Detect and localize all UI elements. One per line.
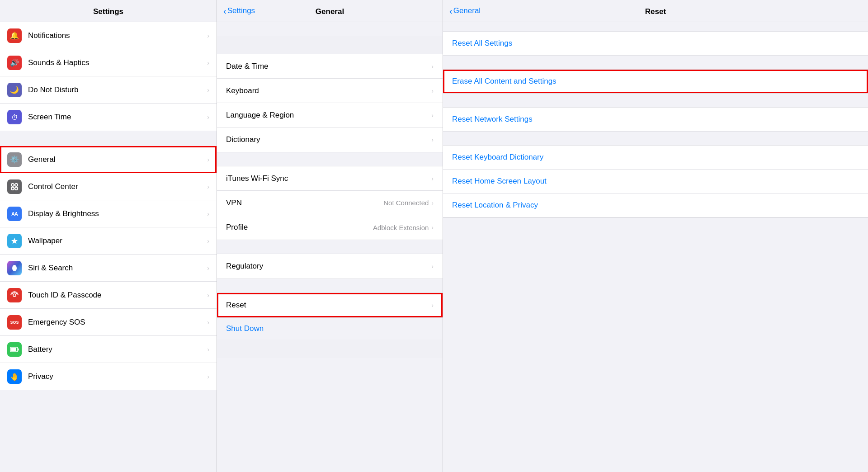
general-item-regulatory[interactable]: Regulatory › [217, 254, 443, 278]
reset-network-settings-item[interactable]: Reset Network Settings [443, 108, 868, 131]
display-icon: AA [7, 207, 22, 221]
itunes-sync-label: iTunes Wi-Fi Sync [226, 174, 431, 183]
general-group-2: iTunes Wi-Fi Sync › VPN Not Connected › … [217, 166, 443, 240]
profile-label: Profile [226, 223, 373, 232]
control-center-label: Control Center [28, 182, 207, 191]
settings-group-2: ⚙️ General › Control Center › [0, 146, 217, 390]
privacy-icon: 🤚 [7, 369, 22, 384]
bottom-spacer [217, 340, 443, 358]
back-chevron-icon-2: ‹ [449, 6, 453, 15]
reset-all-settings-label: Reset All Settings [452, 39, 859, 48]
general-item-keyboard[interactable]: Keyboard › [217, 79, 443, 103]
emergency-sos-icon: SOS [7, 315, 22, 330]
reset-keyboard-dictionary-item[interactable]: Reset Keyboard Dictionary [443, 146, 868, 170]
settings-item-wallpaper[interactable]: Wallpaper › [0, 227, 217, 255]
sounds-chevron: › [207, 59, 209, 66]
reset-group-1: Reset All Settings [443, 31, 868, 56]
settings-item-battery[interactable]: Battery › [0, 336, 217, 363]
svg-rect-8 [11, 348, 16, 351]
reset-group-2: Erase All Content and Settings [443, 69, 868, 94]
general-item-language-region[interactable]: Language & Region › [217, 103, 443, 127]
vpn-value: Not Connected [383, 199, 429, 207]
general-item-profile[interactable]: Profile Adblock Extension › [217, 215, 443, 240]
control-center-chevron: › [207, 183, 209, 190]
reset-panel: ‹ General Reset Reset All Settings Erase… [443, 0, 868, 472]
reset-group-4: Reset Keyboard Dictionary Reset Home Scr… [443, 145, 868, 217]
back-to-settings[interactable]: ‹ Settings [223, 6, 255, 15]
scroll-indicator [217, 36, 443, 54]
keyboard-label: Keyboard [226, 86, 431, 95]
top-spacer [217, 22, 443, 36]
settings-title: Settings [93, 7, 123, 16]
reset-top-spacer [443, 22, 868, 31]
general-title: General [316, 7, 344, 16]
settings-item-dnd[interactable]: 🌙 Do Not Disturb › [0, 76, 217, 104]
settings-panel: Settings 🔔 Notifications › 🔊 Sounds & Ha… [0, 0, 217, 472]
notifications-chevron: › [207, 32, 209, 39]
settings-item-privacy[interactable]: 🤚 Privacy › [0, 363, 217, 390]
mid-divider-1 [217, 152, 443, 166]
svg-point-1 [15, 184, 18, 186]
touch-id-icon [7, 288, 22, 302]
battery-chevron: › [207, 346, 209, 353]
settings-group-1: 🔔 Notifications › 🔊 Sounds & Haptics › 🌙… [0, 22, 217, 131]
svg-point-2 [11, 187, 14, 190]
touch-id-label: Touch ID & Passcode [28, 291, 207, 300]
screen-time-label: Screen Time [28, 113, 207, 122]
sounds-label: Sounds & Haptics [28, 58, 207, 67]
shutdown-button[interactable]: Shut Down [217, 318, 443, 340]
dnd-chevron: › [207, 86, 209, 94]
wallpaper-chevron: › [207, 237, 209, 245]
settings-item-touch-id[interactable]: Touch ID & Passcode › [0, 282, 217, 309]
settings-item-sounds[interactable]: 🔊 Sounds & Haptics › [0, 49, 217, 76]
svg-point-3 [15, 187, 18, 190]
general-item-reset[interactable]: Reset › [217, 293, 443, 317]
reset-home-screen-item[interactable]: Reset Home Screen Layout [443, 170, 868, 194]
back-to-general[interactable]: ‹ General [449, 6, 481, 15]
battery-label: Battery [28, 345, 207, 354]
emergency-sos-chevron: › [207, 319, 209, 326]
language-region-chevron: › [431, 112, 434, 119]
privacy-label: Privacy [28, 372, 207, 381]
regulatory-label: Regulatory [226, 262, 431, 271]
reset-all-settings-item[interactable]: Reset All Settings [443, 32, 868, 55]
settings-item-siri[interactable]: Siri & Search › [0, 255, 217, 282]
reset-bottom-area [443, 217, 868, 308]
reset-divider-1 [443, 56, 868, 69]
dictionary-chevron: › [431, 136, 434, 143]
general-item-date-time[interactable]: Date & Time › [217, 54, 443, 79]
screen-time-chevron: › [207, 113, 209, 121]
settings-item-control-center[interactable]: Control Center › [0, 173, 217, 200]
shutdown-label: Shut Down [226, 324, 264, 333]
general-group-1: Date & Time › Keyboard › Language & Regi… [217, 54, 443, 152]
siri-label: Siri & Search [28, 264, 207, 273]
settings-item-general[interactable]: ⚙️ General › [0, 146, 217, 173]
profile-chevron: › [431, 224, 434, 231]
itunes-sync-chevron: › [431, 175, 434, 182]
dnd-label: Do Not Disturb [28, 85, 207, 94]
general-list: Date & Time › Keyboard › Language & Regi… [217, 22, 443, 472]
reset-chevron: › [431, 302, 434, 309]
general-label: General [28, 155, 207, 164]
svg-point-0 [11, 184, 14, 186]
back-general-label: General [453, 6, 481, 15]
siri-chevron: › [207, 264, 209, 272]
reset-group-3: Reset Network Settings [443, 107, 868, 132]
general-item-itunes-sync[interactable]: iTunes Wi-Fi Sync › [217, 166, 443, 191]
settings-item-display[interactable]: AA Display & Brightness › [0, 200, 217, 227]
general-item-dictionary[interactable]: Dictionary › [217, 127, 443, 152]
settings-item-notifications[interactable]: 🔔 Notifications › [0, 22, 217, 49]
mid-divider-2 [217, 240, 443, 254]
erase-all-content-item[interactable]: Erase All Content and Settings [443, 70, 868, 93]
notifications-icon: 🔔 [7, 28, 22, 43]
reset-location-privacy-item[interactable]: Reset Location & Privacy [443, 194, 868, 217]
back-settings-label: Settings [227, 6, 255, 15]
svg-point-4 [12, 265, 17, 271]
settings-item-screen-time[interactable]: ⏱ Screen Time › [0, 104, 217, 131]
general-group-3: Regulatory › [217, 254, 443, 279]
control-center-icon [7, 179, 22, 194]
settings-item-emergency-sos[interactable]: SOS Emergency SOS › [0, 309, 217, 336]
display-chevron: › [207, 210, 209, 217]
general-item-vpn[interactable]: VPN Not Connected › [217, 191, 443, 215]
notifications-label: Notifications [28, 31, 207, 40]
